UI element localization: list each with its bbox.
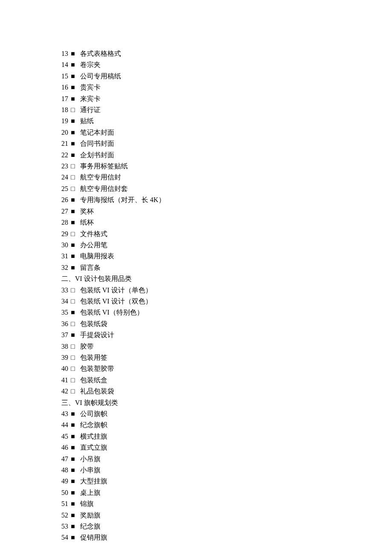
- item-number: 17: [61, 93, 70, 104]
- empty-square-icon: [70, 172, 76, 183]
- item-number: 51: [61, 498, 70, 509]
- item-label: 包装纸 VI 设计（单色）: [78, 286, 152, 294]
- filled-square-icon: [70, 82, 76, 93]
- item-number: 54: [61, 532, 70, 543]
- list-item: 20 笔记本封面: [61, 127, 392, 138]
- item-label: 各式表格格式: [78, 50, 121, 57]
- item-label: 桌上旗: [78, 489, 101, 496]
- item-label: 合同书封面: [78, 140, 114, 147]
- list-item: 35 包装纸 VI（特别色）: [61, 307, 392, 318]
- item-number: 27: [61, 206, 70, 217]
- item-number: 32: [61, 262, 70, 273]
- item-number: 22: [61, 150, 70, 161]
- item-number: 24: [61, 172, 70, 183]
- list-item: 29 文件格式: [61, 228, 392, 240]
- item-number: 40: [61, 363, 70, 374]
- item-label: 贵宾卡: [78, 84, 101, 91]
- filled-square-icon: [70, 454, 76, 465]
- filled-square-icon: [70, 408, 76, 419]
- list-item: 39 包装用签: [61, 352, 392, 363]
- filled-square-icon: [70, 206, 76, 217]
- item-number: 42: [61, 386, 70, 397]
- empty-square-icon: [70, 318, 76, 330]
- filled-square-icon: [70, 93, 76, 104]
- item-label: 促销用旗: [78, 534, 107, 541]
- item-number: 47: [61, 454, 70, 465]
- list-item: 33 包装纸 VI 设计（单色）: [61, 285, 392, 296]
- item-number: 16: [61, 82, 70, 93]
- item-number: 19: [61, 116, 70, 127]
- list-item: 19 贴纸: [61, 116, 392, 127]
- item-number: 30: [61, 240, 70, 251]
- item-label: 留言条: [78, 264, 101, 271]
- list-item: 32 留言条: [61, 262, 392, 273]
- item-label: 文件格式: [78, 230, 107, 237]
- list-item: 30 办公用笔: [61, 240, 392, 251]
- item-label: 包装纸 VI（特别色）: [78, 309, 144, 316]
- filled-square-icon: [70, 419, 76, 431]
- empty-square-icon: [70, 363, 76, 374]
- filled-square-icon: [70, 330, 76, 341]
- item-label: 奖励旗: [78, 512, 101, 519]
- list-item: 52 奖励旗: [61, 510, 392, 521]
- item-label: 电脑用报表: [78, 252, 114, 260]
- item-number: 33: [61, 285, 70, 296]
- item-number: 36: [61, 318, 70, 330]
- list-item: 31 电脑用报表: [61, 251, 392, 262]
- filled-square-icon: [70, 510, 76, 521]
- item-number: 28: [61, 217, 70, 228]
- filled-square-icon: [70, 251, 76, 262]
- list-item: 13 各式表格格式: [61, 48, 392, 59]
- item-label: 纪念旗帜: [78, 421, 107, 428]
- list-item: 34 包装纸 VI 设计（双色）: [61, 296, 392, 307]
- item-label: 锦旗: [78, 500, 94, 507]
- empty-square-icon: [70, 161, 76, 172]
- item-number: 48: [61, 465, 70, 476]
- list-item: 48 小串旗: [61, 465, 392, 476]
- filled-square-icon: [70, 307, 76, 318]
- item-label: 公司专用稿纸: [78, 72, 121, 80]
- item-label: 小吊旗: [78, 455, 101, 462]
- empty-square-icon: [70, 386, 76, 397]
- item-label: 包装纸 VI 设计（双色）: [78, 298, 152, 305]
- heading-text: 二、VI 设计包装用品类: [61, 275, 132, 282]
- item-number: 31: [61, 251, 70, 262]
- filled-square-icon: [70, 532, 76, 543]
- list-item: 44 纪念旗帜: [61, 419, 392, 431]
- list-item: 14 卷宗夹: [61, 59, 392, 70]
- list-item: 25 航空专用信封套: [61, 183, 392, 194]
- filled-square-icon: [70, 521, 76, 532]
- filled-square-icon: [70, 498, 76, 509]
- item-label: 手提袋设计: [78, 331, 114, 338]
- item-number: 14: [61, 59, 70, 70]
- item-label: 通行证: [78, 106, 101, 113]
- item-label: 直式立旗: [78, 444, 107, 451]
- section-heading: 二、VI 设计包装用品类: [61, 273, 392, 284]
- item-label: 企划书封面: [78, 151, 114, 159]
- list-item: 53 纪念旗: [61, 521, 392, 532]
- empty-square-icon: [70, 104, 76, 116]
- list-item: 24 航空专用信封: [61, 172, 392, 183]
- item-label: 办公用笔: [78, 241, 107, 249]
- item-label: 小串旗: [78, 466, 101, 474]
- item-number: 43: [61, 408, 70, 419]
- list-item: 21 合同书封面: [61, 138, 392, 149]
- item-number: 21: [61, 138, 70, 149]
- item-number: 44: [61, 419, 70, 431]
- list-item: 45 横式挂旗: [61, 431, 392, 442]
- item-label: 横式挂旗: [78, 433, 107, 440]
- item-number: 49: [61, 476, 70, 487]
- list-item: 42 礼品包装袋: [61, 386, 392, 397]
- item-number: 50: [61, 487, 70, 498]
- item-label: 卷宗夹: [78, 61, 101, 68]
- item-number: 37: [61, 330, 70, 341]
- filled-square-icon: [70, 217, 76, 228]
- item-label: 包装塑胶带: [78, 365, 114, 372]
- empty-square-icon: [70, 375, 76, 386]
- item-number: 20: [61, 127, 70, 138]
- filled-square-icon: [70, 150, 76, 161]
- item-number: 52: [61, 510, 70, 521]
- list-item: 46 直式立旗: [61, 442, 392, 453]
- empty-square-icon: [70, 183, 76, 194]
- list-item: 36 包装纸袋: [61, 318, 392, 330]
